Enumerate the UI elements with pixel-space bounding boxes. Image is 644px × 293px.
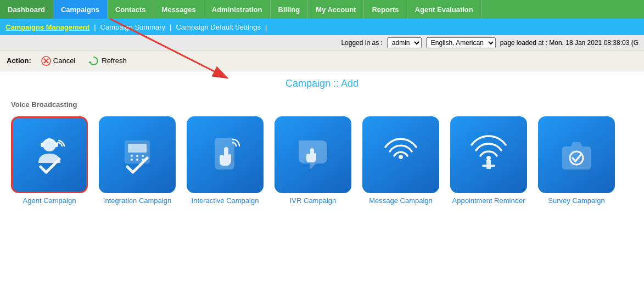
campaign-name-agent[interactable]: Agent Campaign [23, 196, 76, 205]
svg-point-11 [142, 155, 144, 157]
svg-point-12 [131, 159, 133, 161]
campaign-item-interactive[interactable]: Interactive Campaign [187, 116, 264, 205]
campaign-item-message[interactable]: Message Campaign [362, 116, 439, 205]
campaign-name-ivr[interactable]: IVR Campaign [290, 196, 337, 205]
nav-billing[interactable]: Billing [271, 0, 309, 19]
campaign-name-interactive[interactable]: Interactive Campaign [192, 196, 259, 205]
refresh-icon [88, 55, 99, 66]
page-loaded-text: page loaded at : Mon, 18 Jan 2021 08:38:… [500, 39, 639, 47]
svg-marker-3 [88, 61, 92, 63]
nav-my-account[interactable]: My Account [308, 0, 364, 19]
top-navigation: Dashboard Campaigns Contacts Messages Ad… [0, 0, 644, 19]
subnav-sep-1: | [94, 23, 96, 31]
sub-navigation: Campaigns Management | Campaign Summary … [0, 19, 644, 35]
subnav-campaigns-management[interactable]: Campaigns Management [5, 23, 89, 31]
campaign-item-integration[interactable]: Integration Campaign [99, 116, 176, 205]
campaign-icon-message[interactable] [362, 116, 439, 193]
campaign-name-integration[interactable]: Integration Campaign [103, 196, 171, 205]
cancel-button[interactable]: Cancel [38, 55, 79, 67]
campaign-name-survey[interactable]: Survey Campaign [548, 196, 604, 205]
svg-point-17 [486, 156, 491, 160]
campaign-icon-appointment[interactable] [450, 116, 527, 193]
campaign-item-agent[interactable]: Agent Campaign [11, 116, 88, 205]
refresh-button[interactable]: Refresh [85, 54, 130, 67]
svg-point-13 [136, 159, 138, 161]
logged-in-label: Logged in as : [341, 39, 382, 47]
campaign-icon-survey[interactable] [538, 116, 615, 193]
svg-point-9 [131, 155, 133, 157]
campaign-item-appointment[interactable]: Appointment Reminder [450, 116, 527, 205]
campaign-icon-integration[interactable] [99, 116, 176, 193]
action-bar: Action: Cancel Refresh [0, 50, 644, 71]
campaign-grid: Agent Campaign [11, 116, 633, 205]
nav-messages[interactable]: Messages [154, 0, 204, 19]
campaign-item-ivr[interactable]: IVR Campaign [275, 116, 351, 205]
subnav-campaign-summary[interactable]: Campaign Summary [100, 23, 166, 31]
nav-reports[interactable]: Reports [364, 0, 407, 19]
campaign-icon-ivr[interactable] [275, 116, 351, 193]
language-select[interactable]: English, American [426, 37, 496, 48]
nav-agent-evaluation[interactable]: Agent Evaluation [407, 0, 481, 19]
subnav-sep-3: | [265, 23, 267, 31]
page-title: Campaign :: Add [0, 71, 644, 95]
campaign-icon-agent[interactable] [11, 116, 88, 193]
status-bar: Logged in as : admin English, American p… [0, 35, 644, 50]
action-label: Action: [7, 57, 31, 65]
campaign-name-appointment[interactable]: Appointment Reminder [452, 196, 525, 205]
cancel-icon [41, 56, 51, 66]
campaign-icon-interactive[interactable] [187, 116, 264, 193]
campaign-name-message[interactable]: Message Campaign [369, 196, 433, 205]
nav-contacts[interactable]: Contacts [108, 0, 154, 19]
subnav-campaign-default-settings[interactable]: Campaign Default Settings [176, 23, 261, 31]
content-area: Voice Broadcasting [0, 95, 644, 293]
section-label: Voice Broadcasting [11, 100, 633, 109]
svg-point-10 [136, 155, 138, 157]
campaign-item-survey[interactable]: Survey Campaign [538, 116, 615, 205]
svg-rect-5 [41, 143, 44, 147]
subnav-sep-2: | [170, 23, 171, 31]
nav-campaigns[interactable]: Campaigns [53, 0, 108, 19]
user-select[interactable]: admin [387, 37, 422, 48]
cancel-label: Cancel [53, 57, 75, 65]
refresh-label: Refresh [102, 57, 127, 65]
nav-dashboard[interactable]: Dashboard [0, 0, 53, 19]
svg-rect-8 [128, 144, 147, 153]
svg-rect-16 [482, 165, 495, 167]
nav-administration[interactable]: Administration [204, 0, 271, 19]
